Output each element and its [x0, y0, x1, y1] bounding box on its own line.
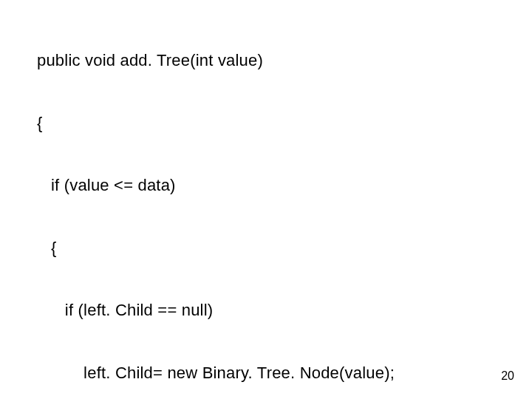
code-line: { [37, 238, 405, 259]
code-line: if (left. Child == null) [37, 300, 405, 321]
code-line: left. Child= new Binary. Tree. Node(valu… [37, 363, 405, 383]
slide: public void add. Tree(int value) { if (v… [0, 0, 532, 399]
code-line: if (value <= data) [37, 175, 405, 196]
page-number: 20 [501, 369, 514, 383]
code-block: public void add. Tree(int value) { if (v… [37, 9, 405, 399]
code-line: { [37, 113, 405, 134]
code-line: public void add. Tree(int value) [37, 50, 405, 71]
